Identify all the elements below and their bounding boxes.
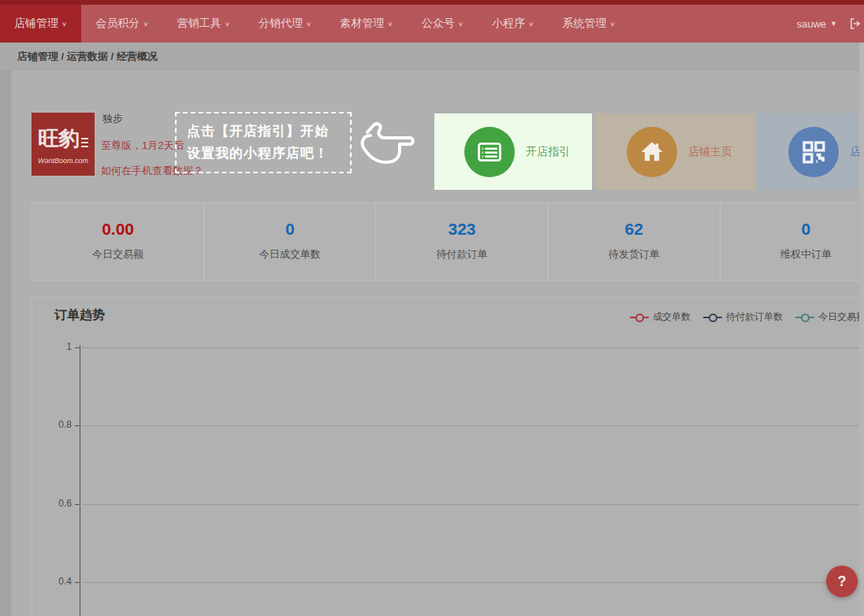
- nav-item-marketing-tools[interactable]: 营销工具 ∨: [163, 5, 244, 43]
- nav-top-strip: [0, 0, 864, 5]
- stat-today-orders: 0 今日成交单数: [203, 203, 375, 280]
- stat-value: 0.00: [32, 220, 203, 239]
- chevron-down-icon: ∨: [143, 20, 148, 28]
- y-axis-line: [80, 345, 80, 616]
- nav-item-mini-program[interactable]: 小程序 ∨: [478, 5, 548, 43]
- stat-value: 0: [204, 220, 375, 239]
- nav-item-member-points[interactable]: 会员积分 ∨: [81, 5, 162, 43]
- stat-label: 待发货订单: [549, 247, 720, 262]
- nav-item-label: 素材管理: [340, 17, 384, 31]
- nav-item-label: 分销代理: [259, 17, 303, 31]
- stat-label: 今日成交单数: [204, 247, 375, 262]
- legend-item-pending-payment-orders[interactable]: 待付款订单数: [703, 310, 783, 324]
- nav-item-label: 营销工具: [177, 17, 222, 31]
- guide-tooltip: 点击【开店指引】开始 设置我的小程序店吧！: [175, 112, 352, 173]
- nav-item-label: 公众号: [422, 17, 455, 31]
- nav-right: sauwe ▼: [797, 5, 864, 43]
- chevron-down-icon: ∨: [387, 20, 393, 28]
- y-tick: [75, 347, 80, 348]
- logo-deco-lines: [81, 138, 88, 147]
- gridline: [80, 504, 864, 505]
- logo-text: 旺豹: [38, 124, 79, 153]
- stat-value: 0: [721, 220, 864, 239]
- stat-value: 323: [376, 220, 547, 239]
- y-tick-label: 0.6: [45, 498, 72, 509]
- pointing-hand-icon: [356, 118, 416, 167]
- legend-item-completed-orders[interactable]: 成交单数: [630, 310, 691, 324]
- stat-label: 维权中订单: [721, 247, 864, 262]
- gridline: [80, 425, 864, 426]
- stat-pending-shipment: 62 待发货订单: [548, 203, 720, 280]
- nav-item-system-management[interactable]: 系统管理 ∨: [548, 5, 629, 43]
- nav-item-label: 店铺管理: [14, 17, 58, 31]
- logout-icon[interactable]: [848, 17, 862, 31]
- stat-label: 今日交易额: [32, 247, 203, 262]
- shop-name: 独步: [102, 112, 123, 126]
- gridline: [80, 347, 864, 348]
- chevron-down-icon: ∨: [225, 20, 230, 28]
- guide-tooltip-line2: 设置我的小程序店吧！: [187, 143, 350, 165]
- chart-legend: 成交单数 待付款订单数 今日交易额: [630, 310, 864, 324]
- nav-item-label: 系统管理: [562, 17, 606, 31]
- chevron-down-icon: ∨: [609, 20, 615, 28]
- y-tick-label: 0.8: [45, 419, 72, 430]
- stat-dispute-orders: 0 维权中订单: [720, 203, 864, 280]
- stat-today-sales: 0.00 今日交易额: [32, 203, 203, 280]
- chart-title: 订单趋势: [54, 307, 105, 324]
- home-icon: [627, 127, 677, 177]
- y-tick-label: 1: [45, 341, 72, 352]
- stat-value: 62: [549, 220, 720, 239]
- nav-item-label: 小程序: [492, 17, 525, 31]
- line-marker-icon: [703, 314, 722, 321]
- help-button[interactable]: ?: [826, 566, 858, 597]
- chevron-down-icon: ∨: [528, 20, 534, 28]
- nav-item-distribution-agent[interactable]: 分销代理 ∨: [244, 5, 326, 43]
- open-shop-guide-button[interactable]: 开店指引: [434, 113, 592, 190]
- shop-logo: 旺豹 WantBoom.com: [32, 113, 95, 176]
- shop-qrcode-button[interactable]: 店铺二维码: [757, 113, 864, 190]
- shop-version-notice: 至尊版，1月2天后: [101, 139, 184, 153]
- chevron-down-icon: ∨: [458, 20, 464, 28]
- shop-homepage-label: 店铺主页: [688, 145, 732, 159]
- vertical-scrollbar[interactable]: [859, 43, 864, 616]
- open-shop-guide-label: 开店指引: [526, 145, 570, 159]
- chevron-down-icon: ∨: [306, 20, 311, 28]
- guide-tooltip-line1: 点击【开店指引】开始: [187, 121, 350, 143]
- stats-row: 0.00 今日交易额 0 今日成交单数 323 待付款订单 62 待发货订单 0…: [32, 202, 864, 281]
- qr-code-icon: [788, 127, 839, 177]
- y-tick: [75, 582, 80, 583]
- logo-site-text: WantBoom.com: [38, 157, 88, 165]
- stat-label: 待付款订单: [376, 247, 547, 262]
- nav-item-official-account[interactable]: 公众号 ∨: [408, 5, 478, 43]
- chevron-down-icon: ∨: [61, 20, 67, 28]
- y-tick-label: 0.4: [45, 576, 72, 587]
- main-panel: 旺豹 WantBoom.com 独步 至尊版，1月2天后 如何在手机查看数据？ …: [11, 71, 864, 616]
- nav-item-label: 会员积分: [95, 17, 140, 31]
- y-tick: [75, 504, 80, 505]
- order-trend-chart: 订单趋势 成交单数 待付款订单数 今日交易额 1 0.8 0.6: [32, 297, 864, 616]
- legend-item-today-sales[interactable]: 今日交易额: [795, 310, 864, 324]
- top-nav: 店铺管理 ∨ 会员积分 ∨ 营销工具 ∨ 分销代理 ∨ 素材管理 ∨ 公众号 ∨…: [0, 0, 864, 43]
- caret-down-icon: ▼: [830, 20, 837, 28]
- user-menu[interactable]: sauwe ▼: [797, 18, 838, 30]
- breadcrumb: 店铺管理 / 运营数据 / 经营概况: [0, 43, 864, 71]
- y-tick: [75, 425, 80, 426]
- username: sauwe: [797, 18, 827, 30]
- gridline: [80, 582, 864, 583]
- guide-list-icon: [464, 127, 515, 177]
- line-marker-icon: [795, 314, 814, 321]
- nav-item-store-management[interactable]: 店铺管理 ∨: [0, 5, 81, 43]
- line-marker-icon: [630, 314, 649, 321]
- shop-homepage-button[interactable]: 店铺主页: [595, 113, 755, 190]
- stat-pending-payment: 323 待付款订单: [375, 203, 547, 280]
- nav-item-material-management[interactable]: 素材管理 ∨: [326, 5, 407, 43]
